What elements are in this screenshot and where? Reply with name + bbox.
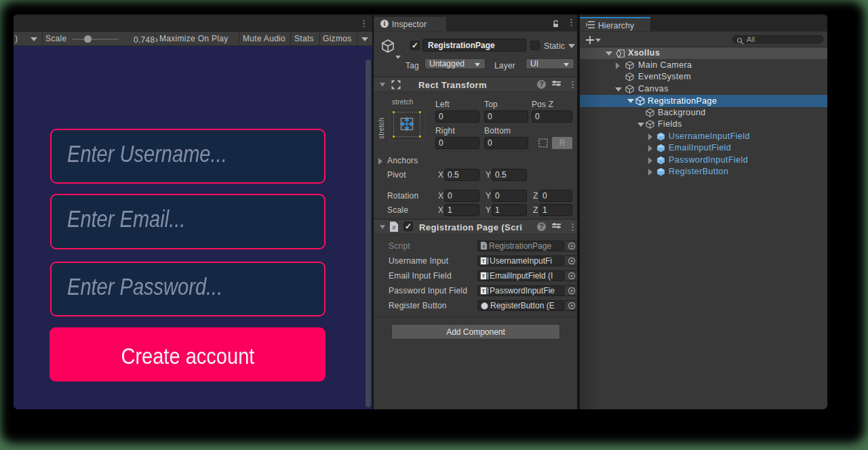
svg-text:#: # — [392, 224, 395, 231]
svg-text:T: T — [482, 258, 486, 264]
svg-text:T: T — [482, 288, 486, 294]
svg-text:T: T — [482, 273, 486, 279]
svg-text:#: # — [483, 244, 486, 249]
